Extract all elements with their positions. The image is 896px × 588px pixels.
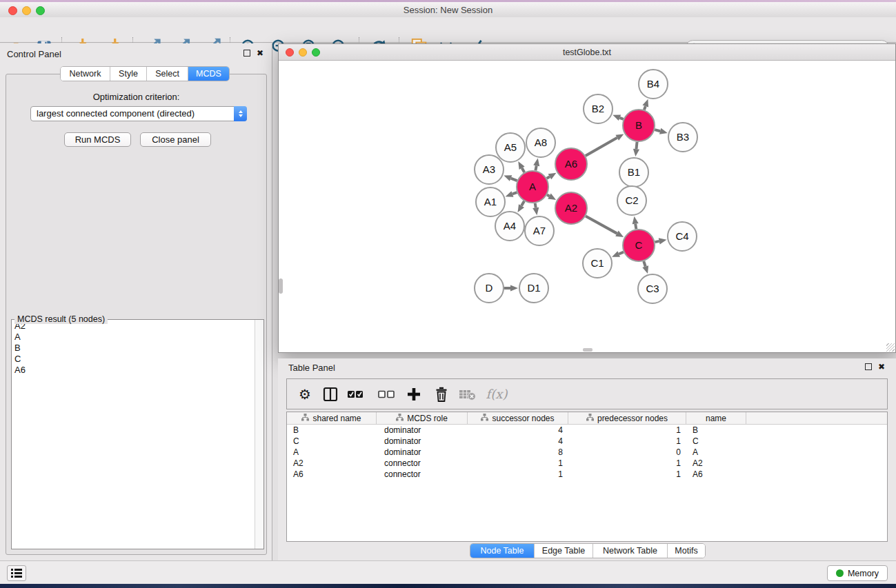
window-resize-grip[interactable] bbox=[886, 343, 895, 352]
graph-node-label: A3 bbox=[483, 163, 495, 175]
mcds-result-list[interactable]: A2ABCA6 bbox=[12, 321, 254, 548]
graph-node-label: A5 bbox=[504, 141, 517, 153]
gear-icon[interactable]: ⚙ bbox=[297, 384, 313, 405]
graph-edge-B-B3[interactable] bbox=[655, 130, 660, 131]
graph-edge-A-A4[interactable] bbox=[521, 201, 524, 206]
mcds-list-scrollbar[interactable] bbox=[255, 320, 263, 549]
tab-motifs[interactable]: Motifs bbox=[668, 544, 705, 558]
column-header-successor-nodes[interactable]: successor nodes bbox=[468, 412, 568, 424]
run-mcds-button[interactable]: Run MCDS bbox=[64, 132, 131, 147]
edge-arrowhead bbox=[506, 191, 514, 197]
edge-arrowhead bbox=[532, 207, 539, 216]
float-panel-icon[interactable] bbox=[243, 50, 250, 57]
table-cell[interactable]: 1 bbox=[468, 458, 568, 469]
table-cell[interactable]: 1 bbox=[468, 469, 568, 480]
table-cell[interactable]: A bbox=[287, 447, 377, 458]
table-row[interactable]: A2connector11A2 bbox=[287, 458, 887, 469]
edge-arrowhead bbox=[659, 128, 668, 134]
graph-edge-A6-B[interactable] bbox=[586, 138, 617, 156]
table-cell[interactable]: A2 bbox=[287, 458, 377, 469]
table-cell[interactable]: A bbox=[686, 447, 746, 458]
network-window-title: testGlobe.txt bbox=[279, 48, 895, 57]
mcds-result-item[interactable]: A6 bbox=[12, 365, 254, 376]
graph-node-label: A4 bbox=[504, 220, 516, 232]
table-cell[interactable]: dominator bbox=[377, 425, 468, 436]
table-cell[interactable]: A6 bbox=[686, 469, 746, 480]
split-columns-icon[interactable] bbox=[323, 384, 338, 405]
column-header-predecessor-nodes[interactable]: predecessor nodes bbox=[568, 412, 686, 424]
graph-edge-A-A8[interactable] bbox=[535, 165, 536, 170]
graph-edge-A-A7[interactable] bbox=[535, 203, 536, 208]
mcds-result-item[interactable]: C bbox=[12, 354, 254, 365]
table-cell[interactable]: connector bbox=[377, 458, 468, 469]
table-cell[interactable]: A6 bbox=[287, 469, 377, 480]
table-cell[interactable]: dominator bbox=[377, 436, 468, 447]
table-cell[interactable]: 1 bbox=[568, 425, 686, 436]
graph-edge-A-A5[interactable] bbox=[522, 168, 525, 172]
apply-function-icon[interactable]: f(x) bbox=[484, 384, 509, 405]
add-column-icon[interactable] bbox=[407, 384, 421, 405]
graph-edge-A2-C[interactable] bbox=[586, 216, 617, 234]
select-all-rows-icon[interactable] bbox=[348, 384, 363, 405]
graph-edge-C-C3[interactable] bbox=[644, 261, 645, 267]
close-panel-button[interactable]: Close panel bbox=[140, 132, 211, 147]
table-cell[interactable]: 0 bbox=[568, 447, 686, 458]
table-cell[interactable]: 1 bbox=[568, 469, 686, 480]
tab-style[interactable]: Style bbox=[110, 67, 147, 81]
graph-edge-C-C4[interactable] bbox=[655, 241, 659, 242]
column-header-MCDS-role[interactable]: MCDS role bbox=[377, 412, 468, 424]
table-cell[interactable]: B bbox=[686, 425, 746, 436]
tab-mcds[interactable]: MCDS bbox=[188, 67, 229, 81]
table-toolbar: ⚙ f(x) bbox=[286, 378, 888, 409]
delete-table-icon[interactable] bbox=[459, 384, 476, 405]
table-cell[interactable]: 1 bbox=[568, 436, 686, 447]
memory-button[interactable]: Memory bbox=[827, 565, 888, 581]
table-cell[interactable]: 1 bbox=[568, 458, 686, 469]
task-history-button[interactable] bbox=[7, 565, 26, 581]
table-cell[interactable]: 8 bbox=[468, 447, 568, 458]
network-horizontal-scrollbar[interactable] bbox=[583, 348, 593, 352]
delete-column-icon[interactable] bbox=[435, 384, 448, 405]
column-header-name[interactable]: name bbox=[686, 412, 746, 424]
graph-edge-C-C1[interactable] bbox=[619, 252, 624, 254]
graph-edge-B-B4[interactable] bbox=[644, 106, 646, 110]
table-row[interactable]: Bdominator41B bbox=[287, 425, 887, 436]
table-row[interactable]: A6connector11A6 bbox=[287, 469, 887, 480]
tab-select[interactable]: Select bbox=[147, 67, 188, 81]
network-canvas[interactable]: B4B2BB3A8A5A6A3B1AC2A1A2A4A7C4CC1C3DD1 bbox=[279, 61, 895, 347]
deselect-all-rows-icon[interactable] bbox=[378, 384, 395, 405]
tab-network[interactable]: Network bbox=[61, 67, 110, 81]
table-cell[interactable]: C bbox=[287, 436, 377, 447]
table-cell[interactable]: A2 bbox=[686, 458, 746, 469]
table-cell[interactable]: C bbox=[686, 436, 746, 447]
network-vertical-scrollbar[interactable] bbox=[279, 278, 283, 294]
table-cell[interactable]: 4 bbox=[468, 425, 568, 436]
graph-node-label: B3 bbox=[677, 131, 689, 143]
mcds-result-item[interactable]: B bbox=[12, 343, 254, 354]
graph-edge-A-A6[interactable] bbox=[547, 176, 550, 179]
tab-edge-table[interactable]: Edge Table bbox=[535, 544, 593, 558]
graph-edge-B-B2[interactable] bbox=[619, 118, 623, 119]
tab-node-table[interactable]: Node Table bbox=[470, 544, 535, 558]
table-panel-window-buttons: ✖ bbox=[865, 363, 885, 370]
table-cell[interactable]: connector bbox=[377, 469, 468, 480]
optimization-criterion-dropdown[interactable]: largest connected component (directed) bbox=[30, 106, 247, 121]
graph-edge-B-B1[interactable] bbox=[636, 142, 637, 149]
close-panel-icon[interactable]: ✖ bbox=[878, 363, 885, 370]
mcds-result-item[interactable]: A bbox=[12, 332, 254, 343]
table-cell[interactable]: B bbox=[287, 425, 377, 436]
graph-edge-C-C2[interactable] bbox=[635, 224, 636, 230]
network-window-titlebar[interactable]: testGlobe.txt bbox=[279, 44, 895, 61]
app-title: Session: New Session bbox=[0, 5, 896, 15]
table-row[interactable]: Cdominator41C bbox=[287, 436, 887, 447]
graph-edge-A-A3[interactable] bbox=[511, 179, 517, 181]
graph-edge-A-A2[interactable] bbox=[547, 195, 550, 196]
close-panel-icon[interactable]: ✖ bbox=[257, 50, 263, 57]
graph-edge-A-A1[interactable] bbox=[512, 192, 517, 194]
table-row[interactable]: Adominator80A bbox=[287, 447, 887, 458]
column-header-shared-name[interactable]: shared name bbox=[287, 412, 377, 424]
table-cell[interactable]: dominator bbox=[377, 447, 468, 458]
float-panel-icon[interactable] bbox=[865, 363, 872, 370]
table-cell[interactable]: 4 bbox=[468, 436, 568, 447]
tab-network-table[interactable]: Network Table bbox=[593, 544, 668, 558]
